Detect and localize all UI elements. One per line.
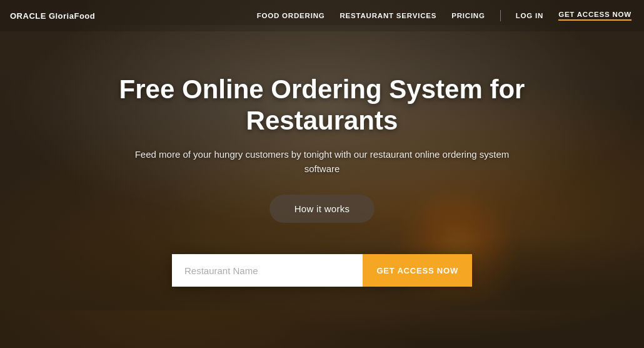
restaurant-name-input[interactable] (172, 254, 363, 287)
nav-divider (500, 10, 501, 21)
nav-pricing[interactable]: PRICING (451, 12, 485, 19)
logo: ORACLE GloriaFood (10, 11, 95, 21)
cta-row: GET ACCESS NOW (172, 254, 472, 287)
get-access-now-button[interactable]: GET ACCESS NOW (363, 254, 472, 287)
hero-section: ORACLE GloriaFood FOOD ORDERING RESTAURA… (0, 0, 644, 348)
nav-right: FOOD ORDERING RESTAURANT SERVICES PRICIN… (257, 10, 631, 21)
logo-gloriafood: GloriaFood (49, 11, 95, 21)
hero-subtitle: Feed more of your hungry customers by to… (134, 148, 510, 176)
how-it-works-button[interactable]: How it works (269, 195, 375, 223)
nav-get-access-button[interactable]: GET ACCESS NOW (558, 11, 631, 21)
hero-content: Free Online Ordering System for Restaura… (0, 0, 644, 348)
hero-title: Free Online Ordering System for Restaura… (103, 74, 541, 137)
navbar: ORACLE GloriaFood FOOD ORDERING RESTAURA… (0, 0, 644, 31)
nav-login[interactable]: LOG IN (516, 12, 543, 19)
logo-oracle: ORACLE (10, 11, 46, 21)
nav-food-ordering[interactable]: FOOD ORDERING (257, 12, 325, 19)
nav-restaurant-services[interactable]: RESTAURANT SERVICES (340, 12, 436, 19)
